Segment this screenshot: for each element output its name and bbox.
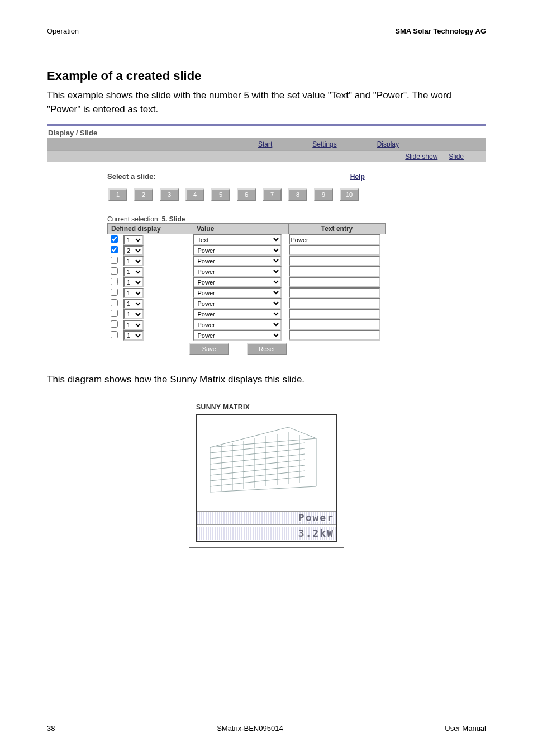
display-number-select[interactable]: 1 [123,330,144,341]
svg-line-7 [210,471,305,481]
text-entry-input[interactable] [289,319,380,330]
nav-settings[interactable]: Settings [312,140,336,148]
slide-button-8[interactable]: 8 [288,188,307,201]
header-left: Operation [47,27,79,35]
nav-start[interactable]: Start [258,140,272,148]
svg-line-2 [210,443,305,453]
breadcrumb: Display / Slide [47,126,486,138]
table-row: 1Text [108,234,386,245]
select-slide-label: Select a slide: [107,172,156,181]
value-select[interactable]: Power [193,330,282,341]
row-checkbox[interactable] [111,267,118,275]
display-line-2: 3.2kW [197,527,336,540]
help-link[interactable]: Help [350,173,365,181]
display-number-select[interactable]: 1 [123,299,144,309]
current-selection-value: 5. Slide [161,215,185,223]
value-select[interactable]: Power [193,309,282,319]
value-select[interactable]: Power [193,266,282,277]
display-number-select[interactable]: 1 [123,309,144,319]
svg-line-3 [210,448,305,459]
display-number-select[interactable]: 2 [123,245,144,256]
svg-line-6 [210,465,305,475]
display-line-1-text: Power [298,512,334,523]
row-checkbox[interactable] [111,320,118,328]
save-button[interactable]: Save [189,343,229,355]
slide-number-buttons: 12345678910 [108,188,486,201]
display-number-select[interactable]: 1 [123,256,144,266]
table-row: 1Power [108,330,386,341]
subnav-slide[interactable]: Slide [449,153,464,160]
current-selection-prefix: Current selection: [107,215,161,223]
text-entry-input[interactable] [289,245,380,256]
display-number-select[interactable]: 1 [123,320,144,330]
section-title: Example of a created slide [47,69,486,83]
display-line-2-text: 3.2kW [298,527,334,539]
value-select[interactable]: Power [193,287,282,298]
slide-button-7[interactable]: 7 [263,188,282,201]
slide-button-3[interactable]: 3 [160,188,179,201]
intro-paragraph: This example shows the slide with the nu… [47,89,486,116]
app-screenshot: Display / Slide Start Settings Display S… [47,124,486,362]
slide-button-1[interactable]: 1 [108,188,127,201]
svg-line-1 [210,438,316,447]
diagram-title: SUNNY MATRIX [196,403,337,411]
col-defined-display: Defined display [108,224,193,234]
display-number-select[interactable]: 1 [123,277,144,287]
display-number-select[interactable]: 1 [123,235,144,245]
slide-button-9[interactable]: 9 [314,188,333,201]
table-row: 1Power [108,319,386,330]
slide-button-6[interactable]: 6 [237,188,256,201]
svg-line-5 [210,460,305,470]
text-entry-input[interactable] [289,266,380,277]
config-table: Defined display Value Text entry 1Text2P… [107,223,386,341]
table-row: 2Power [108,245,386,256]
svg-line-4 [210,454,305,464]
svg-line-8 [210,476,305,486]
nav-display[interactable]: Display [377,140,399,148]
diagram-caption: This diagram shows how the Sunny Matrix … [47,373,486,387]
display-number-select[interactable]: 1 [123,267,144,277]
text-entry-input[interactable] [289,287,380,298]
row-checkbox[interactable] [111,331,118,338]
text-entry-input[interactable] [289,298,380,309]
sunny-matrix-diagram: SUNNY MATRIX [189,395,344,548]
svg-marker-0 [210,427,316,492]
table-row: 1Power [108,256,386,266]
table-row: 1Power [108,309,386,319]
row-checkbox[interactable] [111,257,118,264]
value-select[interactable]: Text [193,234,282,245]
row-checkbox[interactable] [111,310,118,317]
value-select[interactable]: Power [193,245,282,256]
col-value: Value [193,224,289,234]
row-checkbox[interactable] [111,235,118,243]
secondary-nav: Slide show Slide [47,151,486,162]
slide-button-5[interactable]: 5 [211,188,230,201]
value-select[interactable]: Power [193,277,282,287]
slide-button-4[interactable]: 4 [185,188,204,201]
subnav-slideshow[interactable]: Slide show [405,153,437,160]
value-select[interactable]: Power [193,298,282,309]
current-selection: Current selection: 5. Slide [107,215,486,223]
display-line-1: Power [197,511,336,525]
table-row: 1Power [108,287,386,298]
primary-nav: Start Settings Display [47,138,486,151]
table-row: 1Power [108,266,386,277]
reset-button[interactable]: Reset [247,343,287,355]
text-entry-input[interactable] [289,330,380,341]
value-select[interactable]: Power [193,319,282,330]
header-right: SMA Solar Technology AG [395,27,486,35]
display-number-select[interactable]: 1 [123,288,144,298]
text-entry-input[interactable] [289,234,380,245]
row-checkbox[interactable] [111,289,118,296]
row-checkbox[interactable] [111,299,118,306]
text-entry-input[interactable] [289,277,380,287]
row-checkbox[interactable] [111,278,118,285]
footer-docid: SMatrix-BEN095014 [217,724,283,733]
value-select[interactable]: Power [193,256,282,266]
text-entry-input[interactable] [289,256,380,266]
slide-button-2[interactable]: 2 [134,188,153,201]
row-checkbox[interactable] [111,246,118,253]
slide-button-10[interactable]: 10 [340,188,359,201]
col-text-entry: Text entry [289,224,386,234]
text-entry-input[interactable] [289,309,380,319]
